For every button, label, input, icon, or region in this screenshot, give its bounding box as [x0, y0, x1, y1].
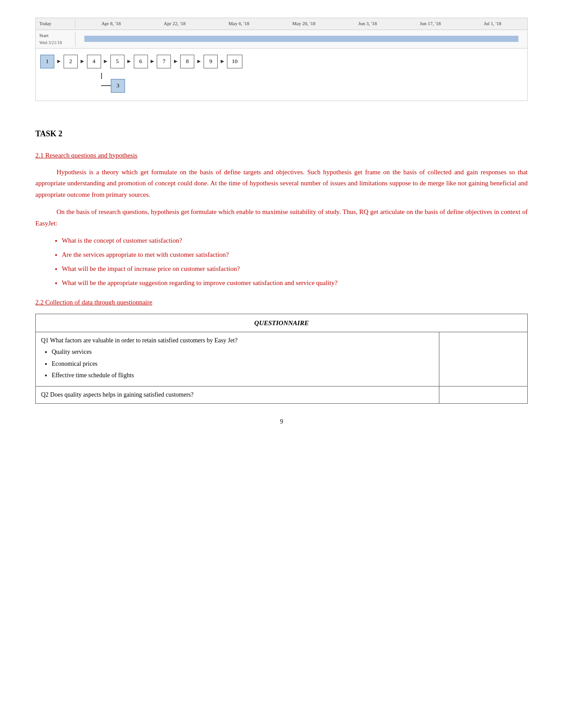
flow-node-6: 6	[134, 55, 148, 68]
q1-text: Q1 What factors are valuable in order to…	[41, 336, 434, 345]
today-label: Today	[39, 21, 51, 26]
gantt-start-row: Start Wed 3/21/18	[36, 30, 527, 49]
flow-area: 1 ► 2 ► 4 ► 5 ► 6 ► 7 ► 8 ► 9 ► 10	[36, 49, 527, 101]
para-1: Hypothesis is a theory which get formula…	[35, 167, 528, 201]
date-1: Apr 8, '18	[102, 20, 121, 28]
flow-node-4: 4	[87, 55, 101, 68]
sub-node-row: 3	[101, 79, 523, 93]
gantt-start-label: Start Wed 3/21/18	[36, 32, 76, 47]
gantt-bar-area	[76, 36, 527, 42]
page-number: 9	[35, 417, 528, 427]
q1-bullet-list: Quality services Economical prices Effec…	[52, 347, 434, 380]
flow-node-8: 8	[180, 55, 194, 68]
table-q2-row: Q2 Does quality aspects helps in gaining…	[36, 386, 528, 403]
arrow-8-9: ►	[194, 57, 204, 66]
arrow-1-2: ►	[54, 57, 64, 66]
sub-branch: 3	[101, 73, 523, 93]
date-3: May 6, '18	[229, 20, 249, 28]
date-6: Jun 17, '18	[420, 20, 441, 28]
start-date: Wed 3/21/18	[39, 39, 75, 46]
task-title: TASK 2	[35, 128, 528, 140]
flow-node-9: 9	[204, 55, 218, 68]
gantt-start-bar	[84, 36, 518, 42]
bullet-2: Are the services appropriate to met with…	[62, 249, 528, 260]
flow-node-10: 10	[227, 55, 242, 68]
date-4: May 20, '18	[292, 20, 315, 28]
arrow-7-8: ►	[171, 57, 180, 66]
gantt-chart: Today Apr 8, '18 Apr 22, '18 May 6, '18 …	[35, 18, 528, 101]
connector-down	[101, 73, 102, 79]
q1-cell: Q1 What factors are valuable in order to…	[36, 332, 439, 387]
q1-bullet-2: Economical prices	[52, 359, 434, 369]
flow-main-row: 1 ► 2 ► 4 ► 5 ► 6 ► 7 ► 8 ► 9 ► 10	[40, 55, 523, 68]
bullet-3: What will be the impact of increase pric…	[62, 263, 528, 274]
flow-node-2: 2	[64, 55, 78, 68]
arrow-2-4: ►	[78, 57, 87, 66]
para-2: On the basis of research questions, hypo…	[35, 206, 528, 229]
flow-node-1: 1	[40, 55, 54, 68]
q1-bullet-1: Quality services	[52, 347, 434, 357]
table-q1-row: Q1 What factors are valuable in order to…	[36, 332, 528, 387]
q2-cell: Q2 Does quality aspects helps in gaining…	[36, 386, 439, 403]
questionnaire-table: QUESTIONNAIRE Q1 What factors are valuab…	[35, 314, 528, 404]
flow-node-7: 7	[157, 55, 171, 68]
gantt-header: Today Apr 8, '18 Apr 22, '18 May 6, '18 …	[36, 18, 527, 30]
flow-node-5: 5	[110, 55, 125, 68]
bullet-1: What is the concept of customer satisfac…	[62, 235, 528, 246]
section-2-1-heading: 2.1 Research questions and hypothesis	[35, 150, 528, 161]
bullet-4: What will be the appropriate suggestion …	[62, 278, 528, 288]
table-header-row: QUESTIONNAIRE	[36, 314, 528, 332]
q1-bullet-3: Effective time schedule of flights	[52, 371, 434, 380]
start-text: Start	[39, 32, 75, 40]
gantt-header-left: Today	[36, 20, 76, 28]
arrow-9-10: ►	[218, 57, 227, 66]
gantt-header-dates: Apr 8, '18 Apr 22, '18 May 6, '18 May 20…	[76, 20, 527, 28]
date-2: Apr 22, '18	[164, 20, 185, 28]
arrow-5-6: ►	[125, 57, 134, 66]
date-5: Jun 3, '18	[358, 20, 377, 28]
connector-right	[101, 85, 111, 86]
date-7: Jul 1, '18	[484, 20, 502, 28]
table-header-cell: QUESTIONNAIRE	[36, 314, 528, 332]
q1-answer-cell	[439, 332, 528, 387]
arrow-4-5: ►	[101, 57, 110, 66]
bullet-list-rq: What is the concept of customer satisfac…	[62, 235, 528, 288]
page: Today Apr 8, '18 Apr 22, '18 May 6, '18 …	[0, 0, 563, 728]
q2-answer-cell	[439, 386, 528, 403]
section-2-2-heading: 2.2 Collection of data through questionn…	[35, 297, 528, 308]
flow-node-3: 3	[111, 79, 125, 93]
arrow-6-7: ►	[148, 57, 157, 66]
